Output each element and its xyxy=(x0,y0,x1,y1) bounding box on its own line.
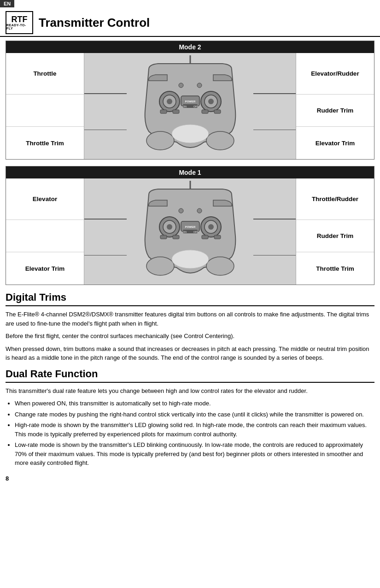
svg-text:OFF: OFF xyxy=(193,231,198,233)
mode1-header: Mode 1 xyxy=(6,166,374,178)
bullet-3: High-rate mode is shown by the transmitt… xyxy=(15,421,374,439)
mode1-right-labels: Throttle/Rudder Rudder Trim Throttle Tri… xyxy=(296,178,374,285)
svg-text:OFF: OFF xyxy=(193,105,198,108)
logo-text: RTF xyxy=(12,15,28,24)
svg-rect-16 xyxy=(160,110,167,113)
svg-rect-38 xyxy=(173,235,179,239)
svg-point-29 xyxy=(208,224,214,230)
mode2-left-label-throttle-trim: Throttle Trim xyxy=(6,127,84,159)
dual-rate-bullets: When powered ON, this transmitter is aut… xyxy=(15,399,374,468)
svg-point-36 xyxy=(197,208,202,213)
mode1-controller-image: POWER ON OFF xyxy=(84,178,296,285)
svg-text:ON: ON xyxy=(183,231,187,233)
bullet-4: Low-rate mode is shown by the transmitte… xyxy=(15,440,374,468)
page-title: Transmitter Control xyxy=(39,16,150,30)
svg-point-26 xyxy=(167,224,172,230)
svg-text:ON: ON xyxy=(183,105,187,108)
mode1-left-label-elevator: Elevator xyxy=(6,178,84,220)
page-number: 8 xyxy=(0,471,380,486)
svg-point-20 xyxy=(172,125,209,143)
svg-rect-40 xyxy=(214,235,221,239)
mode2-controller-svg: POWER ON OFF xyxy=(135,55,246,157)
logo-subtext: READY-TO-FLY xyxy=(6,24,32,30)
mode1-right-label-rudder-trim: Rudder Trim xyxy=(296,220,374,252)
mode1-controller-svg: POWER ON OFF xyxy=(135,181,246,282)
svg-point-23 xyxy=(206,257,234,275)
digital-trims-p3: When pressed down, trim buttons make a s… xyxy=(6,344,374,362)
mode1-left-label-elevator-trim: Elevator Trim xyxy=(6,252,84,285)
lang-bar: EN xyxy=(0,0,380,7)
digital-trims-heading: Digital Trims xyxy=(6,291,374,306)
rtf-logo: RTF READY-TO-FLY xyxy=(6,11,33,34)
svg-point-14 xyxy=(179,83,183,88)
svg-text:POWER: POWER xyxy=(185,100,195,103)
mode2-left-label-throttle: Throttle xyxy=(6,53,84,95)
bullet-2: Change rate modes by pushing the right-h… xyxy=(15,410,374,419)
svg-rect-17 xyxy=(173,110,179,113)
mode2-header: Mode 2 xyxy=(6,41,374,53)
svg-point-22 xyxy=(146,257,174,275)
digital-trims-p2: Before the first flight, center the cont… xyxy=(6,332,374,341)
mode1-right-label-throttle-rudder: Throttle/Rudder xyxy=(296,178,374,220)
svg-point-5 xyxy=(167,99,172,104)
svg-rect-39 xyxy=(202,235,208,239)
svg-point-8 xyxy=(208,99,214,104)
svg-rect-19 xyxy=(214,110,221,113)
svg-text:POWER: POWER xyxy=(185,226,195,228)
dual-rate-heading: Dual Rate Function xyxy=(6,368,374,383)
svg-point-15 xyxy=(197,83,202,88)
bullet-1: When powered ON, this transmitter is aut… xyxy=(15,399,374,408)
dual-rate-intro: This transmitter's dual rate feature let… xyxy=(6,386,374,396)
digital-trims-p1: The E-Flite® 4-channel DSM2®/DSMX® trans… xyxy=(6,310,374,328)
mode1-left-labels: Elevator Elevator Trim xyxy=(6,178,84,285)
mode2-right-labels: Elevator/Rudder Rudder Trim Elevator Tri… xyxy=(296,53,374,159)
mode2-diagram: Mode 2 Throttle Throttle Trim xyxy=(6,41,374,160)
mode2-right-label-rudder-trim: Rudder Trim xyxy=(296,95,374,127)
page-header: RTF READY-TO-FLY Transmitter Control xyxy=(0,7,380,37)
mode2-right-label-elevator-trim: Elevator Trim xyxy=(296,127,374,159)
mode1-left-label-empty xyxy=(6,220,84,252)
mode2-left-label-empty xyxy=(6,95,84,127)
svg-point-35 xyxy=(179,208,183,213)
svg-point-2 xyxy=(206,131,234,150)
svg-point-1 xyxy=(146,131,174,150)
main-content: Mode 2 Throttle Throttle Trim xyxy=(0,41,380,468)
mode2-right-label-elevator-rudder: Elevator/Rudder xyxy=(296,53,374,95)
mode1-diagram: Mode 1 Elevator Elevator Trim xyxy=(6,166,374,285)
mode2-left-labels: Throttle Throttle Trim xyxy=(6,53,84,159)
mode1-right-label-throttle-trim: Throttle Trim xyxy=(296,252,374,285)
svg-rect-18 xyxy=(202,110,208,113)
mode2-controller-image: POWER ON OFF xyxy=(84,53,296,159)
svg-point-41 xyxy=(172,250,209,268)
lang-label: EN xyxy=(0,0,14,7)
svg-rect-37 xyxy=(160,235,167,239)
